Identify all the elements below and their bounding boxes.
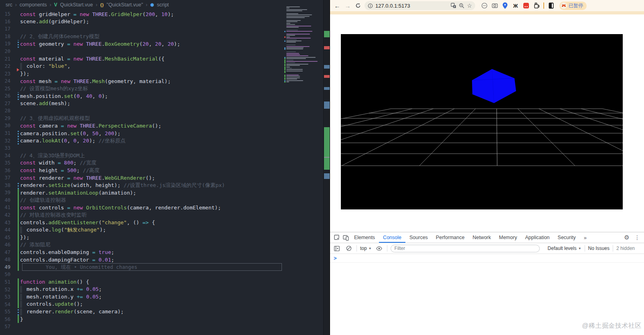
- code-text[interactable]: scene.add(gridHelper);: [20, 18, 89, 24]
- breadcrumb[interactable]: src›components›VQuickStart.vue›{}"QuickS…: [0, 0, 330, 10]
- translate-icon[interactable]: [451, 3, 456, 8]
- code-text[interactable]: camera.lookAt(0, 0, 20); //坐标原点: [20, 137, 126, 144]
- devtools-tab-application[interactable]: Application: [521, 232, 553, 243]
- code-text[interactable]: // 4、渲染3D场景到DOM上: [20, 152, 85, 159]
- back-button[interactable]: ←: [333, 2, 341, 10]
- code-line-57[interactable]: 57: [0, 323, 283, 331]
- zoom-icon[interactable]: [459, 3, 464, 8]
- devtools-tab-performance[interactable]: Performance: [432, 232, 469, 243]
- line-number[interactable]: 50: [0, 272, 16, 277]
- code-line-35[interactable]: 35const width = 800; //宽度: [0, 159, 283, 167]
- line-number[interactable]: 19: [0, 41, 16, 47]
- code-text[interactable]: color: "blue",: [20, 63, 71, 70]
- breadcrumb-item[interactable]: components: [20, 2, 47, 8]
- line-number[interactable]: 42: [0, 212, 16, 218]
- code-text[interactable]: scene.add(mesh);: [20, 100, 70, 106]
- extension-zhe-icon[interactable]: Ж: [512, 2, 519, 9]
- breadcrumb-item[interactable]: "QuickStart.vue": [107, 2, 143, 8]
- code-text[interactable]: mesh.position.set(0, 40, 0);: [20, 93, 108, 99]
- code-line-39[interactable]: 39renderer.setAnimationLoop(animation);: [0, 189, 283, 197]
- code-line-16[interactable]: 16scene.add(gridHelper);: [0, 18, 283, 26]
- line-number[interactable]: 46: [0, 242, 16, 248]
- line-number[interactable]: 33: [0, 145, 16, 151]
- more-tabs-button[interactable]: »: [580, 235, 591, 241]
- forward-button[interactable]: →: [344, 2, 352, 10]
- line-number[interactable]: 39: [0, 190, 16, 195]
- console-sidebar-icon[interactable]: [332, 244, 341, 253]
- code-text[interactable]: });: [20, 234, 29, 240]
- line-number[interactable]: 35: [0, 160, 16, 166]
- line-number[interactable]: 20: [0, 49, 16, 54]
- line-number[interactable]: 34: [0, 153, 16, 158]
- line-number[interactable]: 22: [0, 63, 16, 69]
- line-number[interactable]: 57: [0, 324, 16, 329]
- devtools-tab-network[interactable]: Network: [468, 232, 495, 243]
- clear-console-icon[interactable]: [344, 244, 353, 253]
- code-line-15[interactable]: 15const gridHelper = new THREE.GridHelpe…: [0, 10, 283, 18]
- devtools-tab-console[interactable]: Console: [379, 232, 405, 243]
- reload-button[interactable]: [354, 2, 362, 10]
- site-info-icon[interactable]: [368, 3, 373, 8]
- code-line-44[interactable]: 44console.log("触发change");: [0, 226, 283, 234]
- minimap[interactable]: [286, 6, 319, 119]
- code-line-54[interactable]: 54controls.update();: [0, 300, 283, 308]
- code-area[interactable]: 15const gridHelper = new THREE.GridHelpe…: [0, 10, 283, 335]
- line-number[interactable]: 15: [0, 11, 16, 17]
- code-line-52[interactable]: 52mesh.rotation.x += 0.05;: [0, 286, 283, 293]
- code-line-32[interactable]: 32camera.lookAt(0, 0, 20); //坐标原点: [0, 137, 283, 144]
- code-line-29[interactable]: 29// 3、使用虚拟相机观察模型: [0, 115, 283, 122]
- bookmark-star-icon[interactable]: ☆: [467, 3, 472, 8]
- address-bar[interactable]: 127.0.0.1:5173 ☆: [365, 1, 475, 10]
- extension-kettle-icon[interactable]: [533, 2, 540, 9]
- code-text[interactable]: controls.dampingFactor = 0.01;: [20, 257, 114, 263]
- line-number[interactable]: 43: [0, 220, 16, 225]
- log-levels-dropdown[interactable]: Default levels▼: [548, 246, 581, 251]
- code-text[interactable]: const gridHelper = new THREE.GridHelper(…: [20, 11, 174, 17]
- overview-ruler[interactable]: [323, 0, 330, 335]
- profile-chip[interactable]: 已暂停: [559, 2, 587, 10]
- extension-circle-icon[interactable]: [481, 2, 488, 9]
- breadcrumb-item[interactable]: script: [157, 2, 169, 8]
- code-line-45[interactable]: 45});: [0, 233, 283, 241]
- code-line-19[interactable]: 19const geometry = new THREE.BoxGeometry…: [0, 40, 283, 48]
- code-line-53[interactable]: 53mesh.rotation.y += 0.05;: [0, 293, 283, 301]
- code-text[interactable]: const geometry = new THREE.BoxGeometry(2…: [20, 41, 180, 47]
- code-text[interactable]: // 对轨道控制器改变时监听: [20, 211, 87, 219]
- code-line-47[interactable]: 47controls.enableDamping = true;: [0, 249, 283, 256]
- extension-location-pin-icon[interactable]: [502, 2, 508, 9]
- code-text[interactable]: const mesh = new THREE.Mesh(geometry, ma…: [20, 78, 171, 84]
- code-text[interactable]: function animation() {: [20, 279, 89, 285]
- code-text[interactable]: const camera = new THREE.PerspectiveCame…: [20, 123, 161, 129]
- code-text[interactable]: });: [20, 71, 29, 77]
- code-text[interactable]: renderer.setSize(width, height); //设置thr…: [20, 182, 225, 189]
- code-line-37[interactable]: 37const renderer = new THREE.WebGLRender…: [0, 174, 283, 182]
- code-text[interactable]: const renderer = new THREE.WebGLRenderer…: [20, 175, 155, 181]
- line-number[interactable]: 30: [0, 123, 16, 128]
- line-number[interactable]: 24: [0, 78, 16, 84]
- code-text[interactable]: // 添加阻尼: [20, 241, 50, 248]
- line-number[interactable]: 23: [0, 71, 16, 77]
- code-line-28[interactable]: 28: [0, 107, 283, 115]
- code-text[interactable]: renderer.setAnimationLoop(animation);: [20, 190, 136, 196]
- code-text[interactable]: }: [20, 316, 23, 322]
- code-line-38[interactable]: 38renderer.setSize(width, height); //设置t…: [0, 182, 283, 189]
- code-line-36[interactable]: 36const height = 500; //高度: [0, 166, 283, 174]
- line-number[interactable]: 37: [0, 175, 16, 181]
- extension-red-app-icon[interactable]: [522, 2, 529, 9]
- code-text[interactable]: mesh.rotation.y += 0.05;: [20, 294, 102, 300]
- code-line-56[interactable]: 56}: [0, 315, 283, 323]
- line-number[interactable]: 45: [0, 235, 16, 240]
- code-line-55[interactable]: 55renderer.render(scene, camera);: [0, 308, 283, 316]
- line-number[interactable]: 26: [0, 93, 16, 99]
- line-number[interactable]: 29: [0, 116, 16, 121]
- code-line-48[interactable]: 48controls.dampingFactor = 0.01;: [0, 256, 283, 264]
- line-number[interactable]: 27: [0, 101, 16, 106]
- issues-counter[interactable]: No Issues: [588, 246, 610, 251]
- line-number[interactable]: 18: [0, 34, 16, 39]
- code-text[interactable]: // 3、使用虚拟相机观察模型: [20, 115, 90, 122]
- code-line-42[interactable]: 42// 对轨道控制器改变时监听: [0, 211, 283, 219]
- code-line-30[interactable]: 30const camera = new THREE.PerspectiveCa…: [0, 122, 283, 130]
- line-number[interactable]: 31: [0, 130, 16, 136]
- breadcrumb-item[interactable]: src: [6, 2, 12, 8]
- code-line-17[interactable]: 17: [0, 25, 283, 33]
